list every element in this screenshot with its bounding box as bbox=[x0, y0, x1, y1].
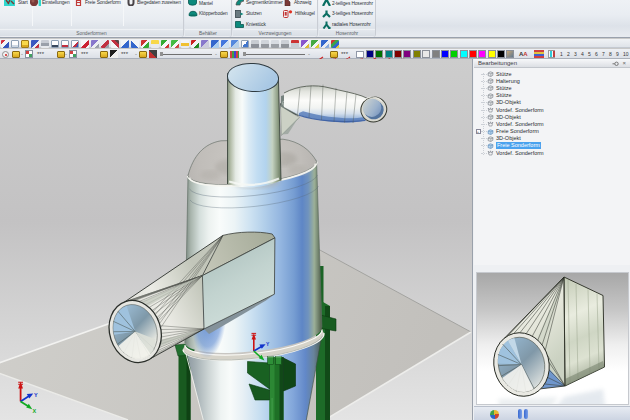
svg-text:X: X bbox=[33, 408, 37, 414]
svg-text:Y: Y bbox=[34, 392, 38, 398]
